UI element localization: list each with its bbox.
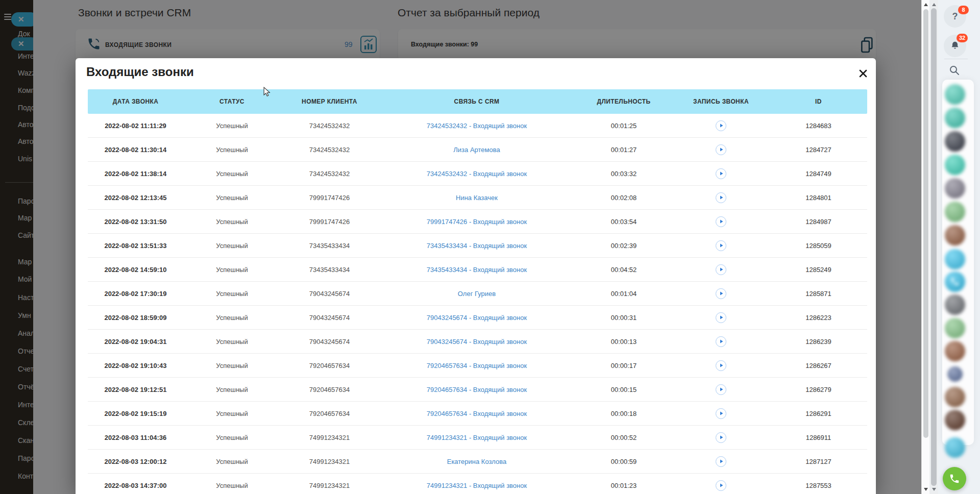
crm-cell: Екатерина Козлова (378, 458, 575, 465)
scroll-up-arrow[interactable] (929, 1, 938, 8)
client-number-cell: 79204657634 (281, 410, 378, 417)
call-id-cell: 1287553 (770, 482, 867, 489)
play-record-button[interactable] (716, 264, 726, 275)
call-id-cell: 1286267 (770, 362, 867, 369)
play-icon (719, 171, 724, 176)
contact-avatar[interactable] (945, 108, 965, 128)
close-icon (859, 69, 867, 78)
play-record-button[interactable] (716, 336, 726, 347)
scrollbar-thumb[interactable] (923, 9, 928, 438)
scrollbar-thumb[interactable] (931, 8, 937, 486)
scroll-up-arrow[interactable] (922, 1, 929, 8)
client-number-cell: 73424532432 (281, 122, 378, 130)
crm-link[interactable]: Нина Казачек (456, 194, 498, 202)
duration-cell: 00:01:23 (575, 482, 672, 489)
contact-avatar[interactable] (945, 341, 965, 361)
crm-link[interactable]: 73435433434 - Входящий звонок (427, 266, 527, 274)
contact-avatar[interactable] (945, 271, 965, 292)
play-record-button[interactable] (716, 216, 726, 227)
play-record-button[interactable] (716, 120, 726, 131)
table-row: 2022-08-02 14:59:10Успешный7343543343473… (88, 258, 867, 282)
crm-link[interactable]: 73424532432 - Входящий звонок (427, 170, 527, 178)
crm-link[interactable]: 74991234321 - Входящий звонок (427, 434, 527, 441)
crm-link[interactable]: 79991747426 - Входящий звонок (427, 218, 527, 226)
scroll-down-arrow[interactable] (929, 486, 938, 493)
duration-cell: 00:01:25 (575, 122, 672, 130)
crm-cell: 73424532432 - Входящий звонок (378, 170, 575, 178)
column-header: НОМЕР КЛИЕНТА (281, 98, 378, 105)
search-button[interactable] (948, 64, 961, 77)
page-scrollbar[interactable] (921, 0, 929, 494)
play-record-button[interactable] (716, 432, 726, 443)
modal-close-button[interactable] (859, 69, 868, 79)
record-cell (672, 168, 770, 179)
play-record-button[interactable] (716, 168, 726, 179)
call-date-cell: 2022-08-02 13:31:50 (88, 218, 183, 226)
call-id-cell: 1284683 (770, 122, 867, 130)
client-number-cell: 79991747426 (281, 194, 378, 202)
play-record-button[interactable] (716, 408, 726, 419)
play-record-button[interactable] (716, 240, 726, 251)
play-icon (719, 291, 724, 296)
contact-avatar[interactable] (945, 318, 965, 338)
crm-link[interactable]: 73435433434 - Входящий звонок (427, 242, 527, 250)
table-row: 2022-08-02 13:31:50Успешный7999174742679… (88, 210, 867, 234)
browser-scrollbar[interactable] (929, 0, 938, 494)
contact-avatar[interactable] (945, 249, 965, 269)
crm-link[interactable]: 79043245674 - Входящий звонок (427, 338, 527, 345)
call-status-cell: Успешный (183, 338, 281, 345)
duration-cell: 00:00:59 (575, 458, 672, 465)
duration-cell: 00:00:15 (575, 386, 672, 393)
contact-avatar[interactable] (945, 410, 965, 430)
call-status-cell: Успешный (183, 266, 281, 274)
call-status-cell: Успешный (183, 170, 281, 178)
play-record-button[interactable] (716, 192, 726, 203)
table-row: 2022-08-02 11:11:29Успешный7342453243273… (88, 114, 867, 138)
call-button[interactable] (943, 467, 966, 490)
contact-avatar[interactable] (945, 155, 965, 175)
right-sidebar: ? 8 32 (938, 0, 980, 494)
contact-avatar[interactable] (945, 225, 965, 245)
play-record-button[interactable] (716, 144, 726, 155)
crm-link[interactable]: 79204657634 - Входящий звонок (427, 362, 527, 369)
crm-link[interactable]: Олег Гуриев (458, 290, 496, 298)
contact-avatar[interactable] (945, 387, 965, 407)
contact-avatar[interactable] (945, 437, 965, 458)
duration-cell: 00:04:52 (575, 266, 672, 274)
call-status-cell: Успешный (183, 314, 281, 322)
contact-avatar[interactable] (945, 84, 965, 105)
call-status-cell: Успешный (183, 434, 281, 441)
client-number-cell: 79991747426 (281, 218, 378, 226)
crm-link[interactable]: 79204657634 - Входящий звонок (427, 410, 527, 417)
crm-cell: 79204657634 - Входящий звонок (378, 410, 575, 417)
play-record-button[interactable] (716, 456, 726, 467)
crm-link[interactable]: 73424532432 - Входящий звонок (427, 122, 527, 130)
contact-avatar[interactable] (945, 131, 965, 152)
call-id-cell: 1286279 (770, 386, 867, 393)
call-id-cell: 1284801 (770, 194, 867, 202)
call-status-cell: Успешный (183, 194, 281, 202)
play-record-button[interactable] (716, 384, 726, 395)
play-icon (719, 243, 724, 248)
duration-cell: 00:00:17 (575, 362, 672, 369)
crm-link[interactable]: 79043245674 - Входящий звонок (427, 314, 527, 322)
call-date-cell: 2022-08-03 11:04:36 (88, 434, 183, 441)
crm-link[interactable]: Лиза Артемова (453, 146, 500, 154)
contact-avatar[interactable] (945, 202, 965, 222)
play-record-button[interactable] (716, 288, 726, 299)
crm-link[interactable]: 74991234321 - Входящий звонок (427, 482, 527, 489)
play-record-button[interactable] (716, 360, 726, 371)
record-cell (672, 216, 770, 227)
contact-avatar[interactable] (947, 366, 963, 382)
crm-link[interactable]: 79204657634 - Входящий звонок (427, 386, 527, 393)
crm-link[interactable]: Екатерина Козлова (447, 458, 507, 465)
scroll-down-arrow[interactable] (922, 486, 929, 493)
play-icon (719, 315, 724, 320)
play-record-button[interactable] (716, 312, 726, 323)
contact-avatar[interactable] (945, 178, 965, 199)
call-id-cell: 1286291 (770, 410, 867, 417)
column-header: СВЯЗЬ С CRM (378, 98, 575, 105)
contact-avatar[interactable] (945, 294, 965, 315)
table-row: 2022-08-02 12:13:45Успешный79991747426Ни… (88, 186, 867, 210)
play-record-button[interactable] (716, 480, 726, 491)
